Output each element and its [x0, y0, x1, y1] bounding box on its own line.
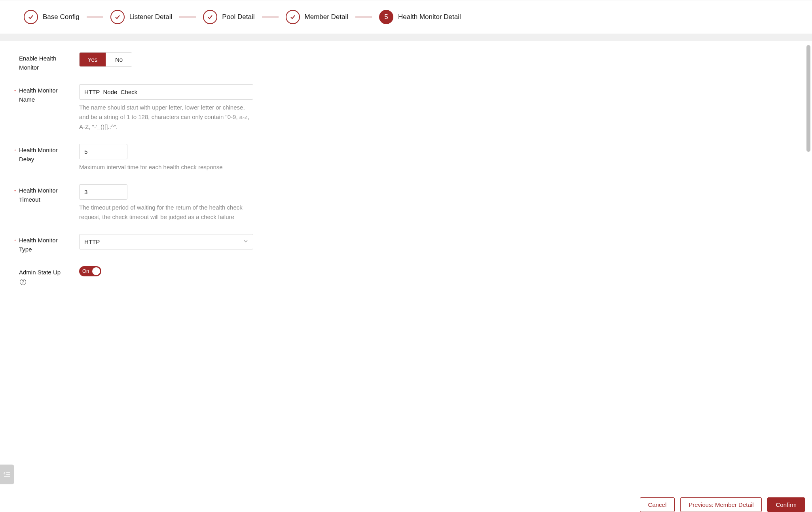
health-monitor-name-input[interactable]	[79, 84, 253, 100]
label-health-monitor-timeout: Health Monitor Timeout	[19, 187, 58, 203]
step-label: Base Config	[43, 13, 80, 21]
step-label: Health Monitor Detail	[398, 13, 461, 21]
required-star-icon: *	[14, 188, 16, 195]
row-admin-state-up: Admin State Up ? On	[19, 266, 293, 286]
label-enable-health-monitor: Enable Health Monitor	[19, 52, 70, 72]
step-connector	[262, 17, 279, 17]
step-health-monitor-detail[interactable]: 5 Health Monitor Detail	[379, 10, 461, 24]
required-star-icon: *	[14, 238, 16, 245]
confirm-button[interactable]: Confirm	[767, 497, 805, 512]
check-icon	[286, 10, 300, 24]
health-monitor-timeout-input[interactable]	[79, 184, 127, 200]
form-scroll-area[interactable]: Enable Health Monitor Yes No * Health Mo…	[0, 41, 812, 492]
hint-health-monitor-name: The name should start with upper letter,…	[79, 103, 253, 132]
enable-yes-button[interactable]: Yes	[80, 53, 106, 66]
footer-actions: Cancel Previous: Member Detail Confirm	[0, 492, 812, 512]
step-member-detail[interactable]: Member Detail	[286, 10, 349, 24]
label-health-monitor-type: Health Monitor Type	[19, 237, 58, 253]
check-icon	[24, 10, 38, 24]
stepper: Base Config Listener Detail Pool Detail …	[0, 0, 812, 34]
enable-no-button[interactable]: No	[106, 53, 132, 66]
cancel-button[interactable]: Cancel	[640, 497, 675, 512]
step-label: Listener Detail	[129, 13, 173, 21]
row-health-monitor-type: * Health Monitor Type HTTP	[19, 234, 293, 254]
label-health-monitor-delay: Health Monitor Delay	[19, 147, 58, 162]
hint-health-monitor-delay: Maximum interval time for each health ch…	[79, 162, 253, 172]
help-icon[interactable]: ?	[20, 279, 26, 285]
side-drawer-toggle[interactable]	[0, 465, 14, 484]
admin-state-switch[interactable]: On	[79, 266, 101, 276]
switch-knob	[92, 267, 100, 275]
row-health-monitor-delay: * Health Monitor Delay Maximum interval …	[19, 144, 293, 172]
health-monitor-type-select[interactable]: HTTP	[79, 234, 253, 249]
step-connector	[355, 17, 372, 17]
label-admin-state-up: Admin State Up	[19, 269, 61, 276]
hint-health-monitor-timeout: The timeout period of waiting for the re…	[79, 203, 253, 223]
row-enable-health-monitor: Enable Health Monitor Yes No	[19, 52, 293, 72]
required-star-icon: *	[14, 148, 16, 155]
enable-toggle: Yes No	[79, 52, 132, 67]
step-label: Member Detail	[305, 13, 349, 21]
required-star-icon: *	[14, 88, 16, 95]
step-label: Pool Detail	[222, 13, 254, 21]
step-pool-detail[interactable]: Pool Detail	[203, 10, 254, 24]
step-connector	[179, 17, 196, 17]
check-icon	[110, 10, 125, 24]
row-health-monitor-timeout: * Health Monitor Timeout The timeout per…	[19, 184, 293, 223]
previous-button[interactable]: Previous: Member Detail	[680, 497, 762, 512]
step-connector	[87, 17, 103, 17]
step-number-icon: 5	[379, 10, 393, 24]
step-base-config[interactable]: Base Config	[24, 10, 80, 24]
list-collapse-icon	[3, 470, 11, 478]
divider-strip	[0, 34, 812, 41]
row-health-monitor-name: * Health Monitor Name The name should st…	[19, 84, 293, 132]
scrollbar[interactable]	[806, 45, 810, 152]
health-monitor-delay-input[interactable]	[79, 144, 127, 159]
check-icon	[203, 10, 217, 24]
label-health-monitor-name: Health Monitor Name	[19, 87, 58, 103]
chevron-down-icon	[243, 239, 248, 245]
step-listener-detail[interactable]: Listener Detail	[110, 10, 173, 24]
select-value: HTTP	[84, 238, 100, 245]
switch-label: On	[82, 268, 89, 274]
